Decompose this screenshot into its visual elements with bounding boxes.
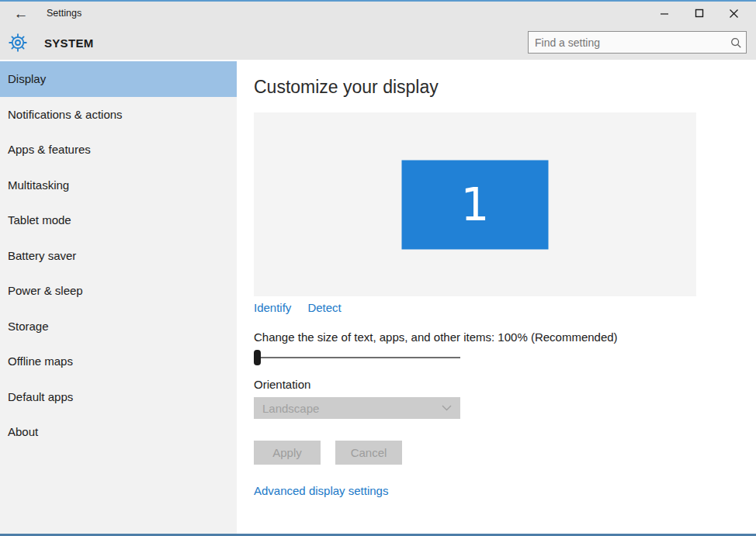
sidebar-item-tablet-mode[interactable]: Tablet mode bbox=[0, 202, 237, 238]
minimize-button[interactable] bbox=[647, 2, 681, 25]
search-input[interactable] bbox=[529, 36, 726, 49]
orientation-dropdown[interactable]: Landscape bbox=[254, 397, 460, 419]
sidebar-item-label: Display bbox=[8, 72, 46, 85]
sidebar-item-label: Apps & features bbox=[8, 143, 91, 156]
sidebar-item-label: Multitasking bbox=[8, 178, 69, 192]
close-button[interactable] bbox=[716, 2, 751, 25]
page-title: Customize your display bbox=[254, 77, 439, 98]
main-content: Customize your display 1 Identify Detect… bbox=[237, 61, 756, 534]
page-section-title: SYSTEM bbox=[44, 36, 93, 50]
scale-slider-label: Change the size of text, apps, and other… bbox=[254, 330, 618, 344]
identify-link[interactable]: Identify bbox=[254, 301, 291, 314]
monitor-1[interactable]: 1 bbox=[402, 160, 549, 249]
monitor-number: 1 bbox=[461, 178, 490, 231]
window-title: Settings bbox=[47, 8, 81, 19]
gear-icon bbox=[9, 33, 27, 52]
maximize-icon bbox=[695, 9, 704, 18]
settings-window: ← Settings SYSTEM bbox=[0, 0, 756, 536]
sidebar-item-label: Storage bbox=[8, 320, 49, 333]
advanced-display-settings-link[interactable]: Advanced display settings bbox=[254, 484, 388, 497]
detect-link[interactable]: Detect bbox=[307, 301, 341, 314]
window-controls bbox=[647, 2, 751, 25]
sidebar-item-battery-saver[interactable]: Battery saver bbox=[0, 238, 237, 274]
maximize-button[interactable] bbox=[681, 2, 716, 25]
orientation-value: Landscape bbox=[262, 402, 442, 415]
scale-slider[interactable] bbox=[254, 350, 460, 365]
search-icon[interactable] bbox=[726, 36, 746, 49]
sidebar-item-apps-features[interactable]: Apps & features bbox=[0, 132, 237, 168]
sidebar-item-multitasking[interactable]: Multitasking bbox=[0, 168, 237, 203]
display-preview-panel: 1 bbox=[254, 112, 696, 296]
sidebar-item-label: About bbox=[8, 425, 38, 438]
sidebar-item-label: Tablet mode bbox=[8, 213, 71, 227]
sidebar-item-default-apps[interactable]: Default apps bbox=[0, 379, 237, 415]
search-box bbox=[528, 31, 747, 54]
orientation-label: Orientation bbox=[254, 378, 310, 391]
sidebar-item-offline-maps[interactable]: Offline maps bbox=[0, 344, 237, 379]
display-action-links: Identify Detect bbox=[254, 301, 342, 314]
cancel-button[interactable]: Cancel bbox=[335, 441, 402, 465]
apply-cancel-row: Apply Cancel bbox=[254, 441, 402, 465]
sidebar-item-display[interactable]: Display bbox=[0, 61, 237, 97]
sidebar-item-power-sleep[interactable]: Power & sleep bbox=[0, 273, 237, 309]
sidebar-item-label: Default apps bbox=[8, 390, 73, 403]
back-button[interactable]: ← bbox=[10, 4, 32, 24]
sidebar-item-label: Power & sleep bbox=[8, 284, 83, 297]
sidebar-item-about[interactable]: About bbox=[0, 414, 237, 450]
close-icon bbox=[729, 9, 739, 19]
minimize-icon bbox=[660, 9, 669, 18]
sidebar-item-label: Notifications & actions bbox=[8, 108, 123, 121]
sidebar-item-storage[interactable]: Storage bbox=[0, 309, 237, 344]
slider-track[interactable] bbox=[254, 357, 460, 358]
apply-button[interactable]: Apply bbox=[254, 441, 321, 465]
sidebar-item-notifications-actions[interactable]: Notifications & actions bbox=[0, 97, 237, 133]
chevron-down-icon bbox=[442, 405, 452, 411]
sidebar: Display Notifications & actions Apps & f… bbox=[0, 61, 237, 534]
sidebar-item-label: Offline maps bbox=[8, 354, 73, 368]
sidebar-item-label: Battery saver bbox=[8, 249, 76, 262]
slider-thumb[interactable] bbox=[254, 350, 261, 365]
